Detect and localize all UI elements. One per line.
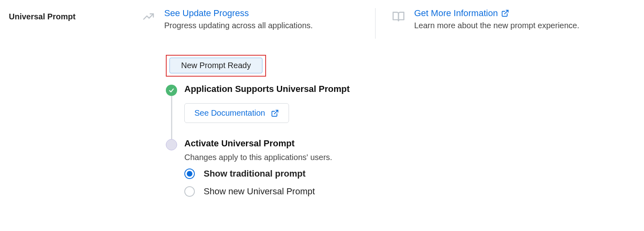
card-more-info-subtitle: Learn more about the new prompt experien… [414,21,579,30]
link-see-update-progress[interactable]: See Update Progress [164,8,313,19]
info-cards-row: See Update Progress Progress updating ac… [142,8,635,39]
steps-timeline: Application Supports Universal Prompt Se… [166,84,504,199]
external-link-icon [271,109,279,117]
prompt-radio-group: Show traditional prompt Show new Univers… [184,169,504,197]
header-row: Universal Prompt See Update Progress Pro… [9,8,635,39]
step-activate-subtitle: Changes apply to this applications' user… [184,153,504,162]
radio-universal-prompt[interactable]: Show new Universal Prompt [184,186,504,197]
check-icon [168,87,175,94]
book-icon [392,10,405,23]
section-label: Universal Prompt [9,12,142,21]
trend-up-icon [142,10,155,23]
step-supports-marker-done [166,85,177,96]
section-label-col: Universal Prompt [9,8,142,21]
radio-universal-label: Show new Universal Prompt [204,186,315,197]
step-activate-marker-pending [166,139,177,150]
step-activate: Activate Universal Prompt Changes apply … [166,138,504,199]
link-see-update-progress-text: See Update Progress [164,8,249,19]
link-get-more-information-text: Get More Information [414,8,498,19]
step-supports: Application Supports Universal Prompt Se… [166,84,504,138]
radio-traditional-label: Show traditional prompt [204,169,305,179]
content-column: New Prompt Ready Application Supports Un… [142,55,504,199]
svg-line-0 [504,10,508,14]
step-activate-title: Activate Universal Prompt [184,138,504,149]
see-documentation-label: See Documentation [194,108,265,118]
card-update-progress-subtitle: Progress updating across all application… [164,21,313,30]
see-documentation-button[interactable]: See Documentation [184,103,289,123]
radio-traditional-prompt[interactable]: Show traditional prompt [184,169,504,179]
status-badge-new-prompt-ready: New Prompt Ready [169,58,262,73]
timeline-connector [171,96,172,139]
card-update-progress: See Update Progress Progress updating ac… [142,8,375,39]
step-supports-title: Application Supports Universal Prompt [184,84,504,94]
radio-indicator-unselected [184,186,195,197]
radio-indicator-selected [184,169,195,179]
vertical-divider [375,8,376,39]
card-more-info: Get More Information Learn more about th… [392,8,579,39]
link-get-more-information[interactable]: Get More Information [414,8,579,19]
svg-line-1 [274,110,278,114]
badge-highlight-frame: New Prompt Ready [166,55,266,77]
external-link-icon [501,9,509,17]
